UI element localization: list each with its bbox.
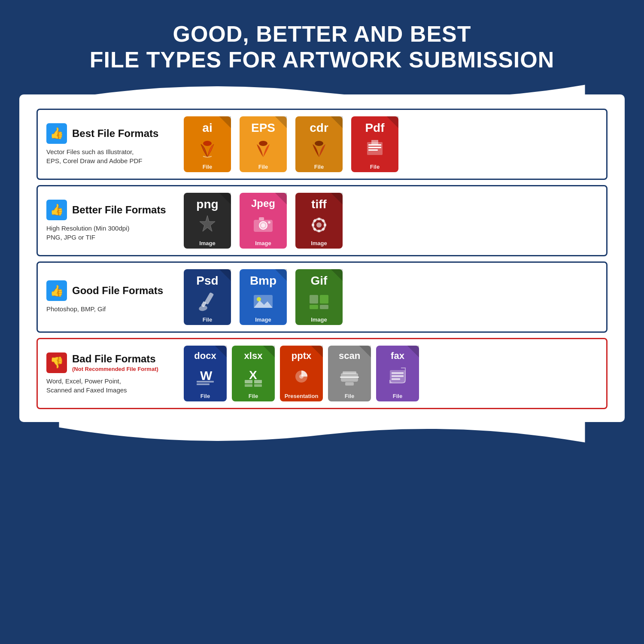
fax-sublabel: File bbox=[393, 393, 402, 399]
better-title: Better File Formats bbox=[72, 204, 166, 216]
xlsx-label: xlsx bbox=[244, 351, 263, 361]
pdf-label: Pdf bbox=[365, 122, 384, 134]
bad-row-left: 👎 Bad File Formats (Not Recommended File… bbox=[38, 345, 175, 402]
pen-icon-cdr bbox=[306, 136, 332, 161]
svg-rect-50 bbox=[392, 375, 404, 377]
camera-icon-jpeg bbox=[250, 211, 276, 237]
best-row-left: 👍 Best File Formats Vector Files such as… bbox=[38, 115, 175, 173]
svg-marker-8 bbox=[200, 216, 215, 231]
tiff-label: tiff bbox=[311, 198, 327, 210]
svg-rect-16 bbox=[318, 218, 320, 220]
pptx-file-icon: pptx Presentation bbox=[280, 346, 323, 401]
fax-icon bbox=[385, 364, 410, 389]
better-row-right: png Image Jpeg bbox=[175, 186, 606, 255]
gif-label: Gif bbox=[311, 275, 328, 287]
svg-rect-31 bbox=[320, 295, 328, 304]
svg-rect-49 bbox=[392, 372, 404, 374]
png-sublabel: Image bbox=[199, 240, 216, 246]
eps-label: EPS bbox=[251, 122, 275, 134]
svg-rect-39 bbox=[254, 380, 262, 383]
page-wrapper: GOOD, BETTER AND BEST FILE TYPES FOR ART… bbox=[0, 0, 644, 644]
fax-label: fax bbox=[391, 351, 404, 361]
svg-point-43 bbox=[299, 374, 304, 379]
better-row-left: 👍 Better File Formats High Resolution (M… bbox=[38, 192, 175, 249]
good-thumbs-icon: 👍 bbox=[46, 280, 67, 301]
svg-text:W: W bbox=[200, 368, 213, 383]
svg-rect-45 bbox=[343, 371, 356, 374]
content-section: 👍 Best File Formats Vector Files such as… bbox=[19, 94, 625, 422]
svg-point-2 bbox=[315, 141, 323, 146]
scan-icon bbox=[337, 364, 362, 389]
good-row: 👍 Good File Formats Photoshop, BMP, Gif … bbox=[36, 261, 608, 333]
pptx-label: pptx bbox=[292, 351, 311, 361]
good-row-left: 👍 Good File Formats Photoshop, BMP, Gif bbox=[38, 273, 175, 321]
svg-rect-5 bbox=[368, 147, 381, 148]
png-file-icon: png Image bbox=[184, 193, 231, 249]
bottom-swoosh bbox=[19, 420, 625, 450]
bad-subtitle: (Not Recommended File Format) bbox=[72, 366, 158, 372]
doc-icon-pdf bbox=[362, 136, 388, 161]
best-row: 👍 Best File Formats Vector Files such as… bbox=[36, 109, 608, 180]
best-title: Best File Formats bbox=[72, 128, 158, 140]
brush-icon-psd bbox=[194, 289, 220, 314]
gear-icon-tiff bbox=[306, 212, 332, 238]
gif-file-icon: Gif Image bbox=[295, 269, 343, 325]
good-row-header: 👍 Good File Formats bbox=[46, 280, 167, 301]
good-desc: Photoshop, BMP, Gif bbox=[46, 304, 167, 313]
svg-rect-47 bbox=[345, 382, 354, 386]
eps-file-icon: EPS File bbox=[240, 116, 287, 172]
good-row-right: Psd File Bmp bbox=[175, 263, 606, 331]
svg-rect-32 bbox=[310, 305, 318, 309]
header-title: GOOD, BETTER AND BEST FILE TYPES FOR ART… bbox=[9, 21, 635, 73]
ppt-icon-pptx bbox=[289, 364, 314, 389]
svg-rect-33 bbox=[320, 305, 328, 309]
svg-rect-18 bbox=[324, 224, 326, 226]
gif-sublabel: Image bbox=[311, 316, 327, 323]
best-thumbs-icon: 👍 bbox=[46, 123, 67, 144]
scan-label: scan bbox=[339, 351, 360, 361]
good-title: Good File Formats bbox=[72, 285, 163, 297]
svg-rect-12 bbox=[259, 217, 264, 220]
svg-rect-30 bbox=[310, 295, 318, 304]
tiff-sublabel: Image bbox=[311, 240, 327, 246]
png-label: png bbox=[196, 198, 218, 210]
star-icon-png bbox=[194, 212, 220, 238]
header: GOOD, BETTER AND BEST FILE TYPES FOR ART… bbox=[0, 0, 644, 73]
eps-sublabel: File bbox=[258, 164, 268, 170]
bad-title: Bad File Formats bbox=[72, 353, 158, 365]
cdr-file-icon: cdr File bbox=[295, 116, 343, 172]
pen-icon-eps bbox=[250, 136, 276, 161]
jpeg-sublabel: Image bbox=[255, 240, 271, 246]
svg-point-28 bbox=[257, 297, 261, 301]
svg-rect-36 bbox=[197, 383, 210, 385]
landscape-icon-bmp bbox=[250, 289, 276, 314]
best-row-header: 👍 Best File Formats bbox=[46, 123, 167, 144]
pdf-sublabel: File bbox=[370, 164, 380, 170]
better-thumbs-icon: 👍 bbox=[46, 200, 67, 220]
ai-label: ai bbox=[202, 122, 212, 134]
ai-file-icon: ai File bbox=[184, 116, 231, 172]
svg-rect-22 bbox=[312, 224, 314, 226]
ai-sublabel: File bbox=[203, 164, 212, 170]
xlsx-file-icon: xlsx X File bbox=[232, 346, 275, 401]
bad-row-right: docx W File xlsx X bbox=[175, 339, 606, 408]
jpeg-label: Jpeg bbox=[251, 198, 275, 209]
psd-sublabel: File bbox=[203, 316, 212, 323]
bmp-label: Bmp bbox=[250, 275, 276, 287]
bmp-file-icon: Bmp Image bbox=[240, 269, 287, 325]
word-icon-docx: W bbox=[192, 364, 218, 389]
svg-rect-51 bbox=[392, 378, 400, 380]
bmp-sublabel: Image bbox=[255, 316, 271, 323]
svg-rect-35 bbox=[197, 381, 214, 383]
svg-point-1 bbox=[259, 141, 267, 146]
scan-file-icon: scan File bbox=[328, 346, 371, 401]
pptx-sublabel: Presentation bbox=[285, 393, 319, 399]
cdr-sublabel: File bbox=[314, 164, 324, 170]
better-row-header: 👍 Better File Formats bbox=[46, 200, 167, 220]
tiff-file-icon: tiff bbox=[295, 193, 343, 249]
docx-label: docx bbox=[194, 351, 216, 361]
grid-icon-gif bbox=[306, 289, 332, 314]
svg-rect-20 bbox=[318, 230, 320, 232]
cdr-label: cdr bbox=[310, 122, 328, 134]
excel-icon-xlsx: X bbox=[240, 364, 266, 389]
